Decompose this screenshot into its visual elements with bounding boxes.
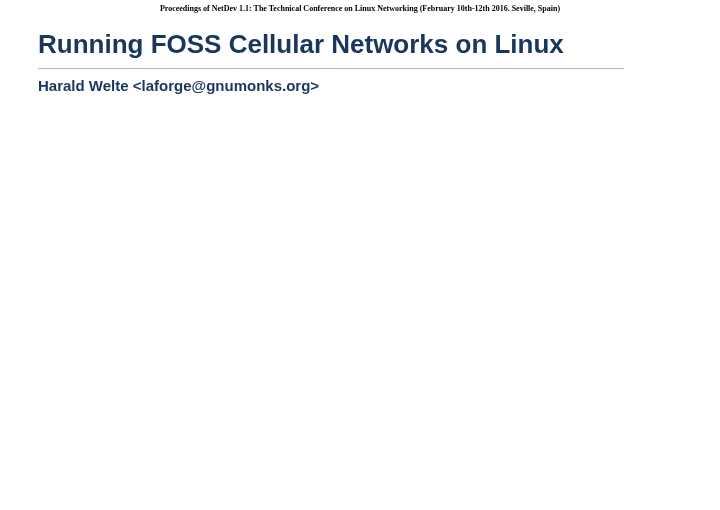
paper-title: Running FOSS Cellular Networks on Linux	[38, 29, 682, 68]
paper-page: Proceedings of NetDev 1.1: The Technical…	[0, 0, 720, 94]
proceedings-header: Proceedings of NetDev 1.1: The Technical…	[38, 0, 682, 29]
title-divider	[38, 68, 624, 69]
author-line: Harald Welte <laforge@gnumonks.org>	[38, 77, 682, 94]
